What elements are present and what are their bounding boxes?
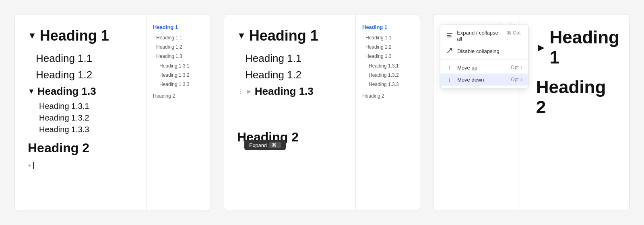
panel-2-outline: Heading 1 Heading 1.1 Heading 1.2 Headin… xyxy=(355,14,420,211)
menu-expand-shortcut: ⌘ Opt . xyxy=(507,30,522,41)
heading-1-3-1: Heading 1.3.1 xyxy=(39,102,136,111)
outline-item-1-3-2[interactable]: Heading 1.3.2 xyxy=(153,71,204,80)
heading-1-3-2: Heading 1.3.2 xyxy=(39,113,136,123)
outline-item-1-2[interactable]: Heading 1.2 xyxy=(153,43,204,52)
panel2-outline-item-1-2[interactable]: Heading 1.2 xyxy=(362,43,413,52)
heading-1-3-3: Heading 1.3.3 xyxy=(39,125,136,134)
panel2-heading-1-1: Heading 1.1 xyxy=(245,52,346,65)
expand-label: Expand xyxy=(249,142,267,148)
outline-h1-active[interactable]: Heading 1 xyxy=(153,24,204,30)
panel2-outline-item-1-3[interactable]: Heading 1.3 xyxy=(362,52,413,61)
svg-rect-2 xyxy=(447,37,452,37)
panel3-heading-1-row: ► Heading 1 xyxy=(536,27,619,68)
svg-rect-1 xyxy=(447,35,451,36)
panel3-heading-2: Heading 2 xyxy=(536,77,619,117)
move-up-icon: ↑ xyxy=(446,64,453,71)
expand-shortcut: ⌘ . xyxy=(269,142,281,148)
panel-1-content: ▼ Heading 1 Heading 1.1 Heading 1.2 ▼ He… xyxy=(15,14,146,211)
svg-line-3 xyxy=(448,49,452,53)
panel-3-menu-area: ⋮ Expand / collapse all ⌘ Opt . xyxy=(433,14,520,211)
panel3-heading-1-text: Heading 1 xyxy=(549,27,619,68)
move-down-icon: ↓ xyxy=(446,76,453,83)
heading-1-row: ▼ Heading 1 xyxy=(28,27,136,44)
panel2-outline-h1-active[interactable]: Heading 1 xyxy=(362,24,413,30)
plus-icon[interactable]: + xyxy=(28,162,31,169)
menu-item-disable-collapsing[interactable]: Disable collapsing xyxy=(440,45,528,58)
menu-move-down-shortcut: Opt ↓ xyxy=(511,77,522,82)
outline-item-1-3-3[interactable]: Heading 1.3.3 xyxy=(153,80,204,89)
menu-item-move-up[interactable]: ↑ Move up Opt ↑ xyxy=(440,61,528,74)
panel-3-content: ► Heading 1 Heading 2 xyxy=(520,14,629,211)
panel2-heading-1-3-text: Heading 1.3 xyxy=(255,85,314,98)
heading-1-1: Heading 1.1 xyxy=(36,52,136,65)
panel2-outline-item-1-1[interactable]: Heading 1.1 xyxy=(362,33,413,43)
panel-1-outline: Heading 1 Heading 1.1 Heading 1.2 Headin… xyxy=(146,14,211,211)
panel-2: ▼ Heading 1 Heading 1.1 Heading 1.2 ⋮ ► … xyxy=(224,14,420,211)
svg-rect-0 xyxy=(447,33,452,34)
menu-divider xyxy=(440,59,528,60)
panel3-arrow[interactable]: ► xyxy=(536,41,547,54)
heading-1-3-row: ▼ Heading 1.3 xyxy=(28,85,136,98)
text-cursor xyxy=(33,162,34,169)
panel2-three-dot-icon[interactable]: ⋮ xyxy=(237,88,244,95)
outline-h2[interactable]: Heading 2 xyxy=(153,93,204,99)
panel2-collapse-arrow-1[interactable]: ▼ xyxy=(237,31,246,41)
heading-2: Heading 2 xyxy=(28,141,136,155)
menu-item-expand-collapse[interactable]: Expand / collapse all ⌘ Opt . xyxy=(440,27,528,45)
panel-3: ⋮ Expand / collapse all ⌘ Opt . xyxy=(433,14,630,211)
panel-1: ▼ Heading 1 Heading 1.1 Heading 1.2 ▼ He… xyxy=(14,14,211,211)
outline-item-1-3[interactable]: Heading 1.3 xyxy=(153,52,204,61)
menu-move-down-label: Move down xyxy=(457,77,484,83)
disable-collapsing-icon xyxy=(446,47,453,55)
panel2-outline-item-1-3-1[interactable]: Heading 1.3.1 xyxy=(362,61,413,71)
bottom-bar: + xyxy=(28,162,136,169)
menu-move-up-shortcut: Opt ↑ xyxy=(511,65,522,70)
panel2-heading-1-2: Heading 1.2 xyxy=(245,69,346,81)
panel2-heading-1-row: ▼ Heading 1 xyxy=(237,27,346,44)
panel2-outline-item-1-3-3[interactable]: Heading 1.3.3 xyxy=(362,80,413,89)
shortcut-key: . xyxy=(277,142,279,148)
heading-1-2: Heading 1.2 xyxy=(36,69,136,81)
outline-item-1-1[interactable]: Heading 1.1 xyxy=(153,33,204,43)
menu-expand-label: Expand / collapse all xyxy=(457,30,503,42)
panel2-heading-1-3-row: ⋮ ► Heading 1.3 xyxy=(237,85,346,98)
context-menu: Expand / collapse all ⌘ Opt . Disable co… xyxy=(440,24,528,88)
panel-2-content: ▼ Heading 1 Heading 1.1 Heading 1.2 ⋮ ► … xyxy=(224,14,355,211)
menu-move-up-label: Move up xyxy=(457,65,477,71)
panel2-heading-1-text: Heading 1 xyxy=(249,27,318,44)
cmd-symbol: ⌘ xyxy=(272,142,277,148)
menu-disable-label: Disable collapsing xyxy=(457,48,500,54)
panel2-expand-arrow[interactable]: ► xyxy=(246,88,252,95)
menu-item-move-down[interactable]: ↓ Move down Opt ↓ xyxy=(440,74,528,86)
collapse-arrow-1[interactable]: ▼ xyxy=(28,31,37,41)
outline-item-1-3-1[interactable]: Heading 1.3.1 xyxy=(153,61,204,71)
expand-badge: Expand ⌘ . xyxy=(244,140,286,150)
panel2-outline-h2[interactable]: Heading 2 xyxy=(362,93,413,99)
heading-1-3-text: Heading 1.3 xyxy=(37,85,96,98)
expand-collapse-icon xyxy=(446,32,453,40)
panel2-outline-item-1-3-2[interactable]: Heading 1.3.2 xyxy=(362,71,413,80)
collapse-arrow-1-3[interactable]: ▼ xyxy=(28,87,35,96)
heading-1-text: Heading 1 xyxy=(40,27,109,44)
